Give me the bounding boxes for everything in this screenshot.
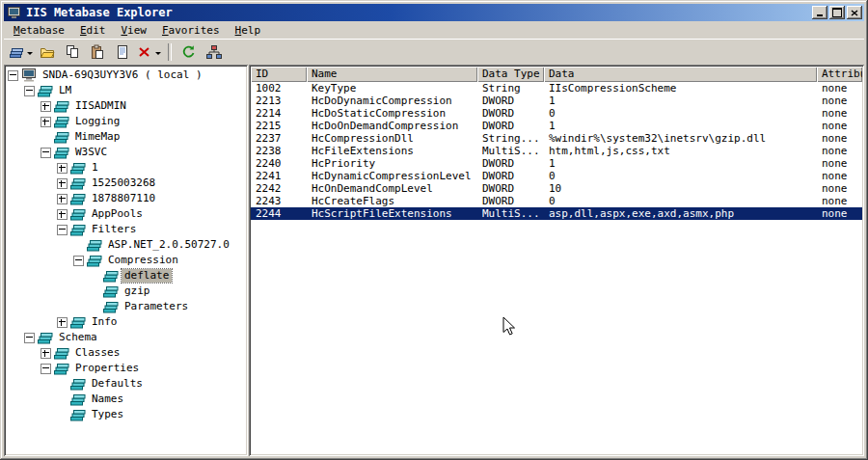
tree-label[interactable]: LM <box>56 84 74 97</box>
tree-label[interactable]: Logging <box>72 115 122 128</box>
tree-label[interactable]: Properties <box>72 362 142 375</box>
tree-label[interactable]: Names <box>89 392 126 406</box>
cell-name: HcDynamicCompressionLevel <box>307 170 477 182</box>
menu-item-view[interactable]: View <box>113 22 154 39</box>
menu-item-favorites[interactable]: Favorites <box>154 22 228 39</box>
expand-toggle-icon[interactable] <box>41 348 51 359</box>
list-row-2242[interactable]: 2242HcOnDemandCompLevelDWORD10none <box>251 182 862 195</box>
collapse-toggle-icon[interactable] <box>41 148 51 158</box>
cell-name: HcPriority <box>307 157 477 170</box>
tree-label[interactable]: AppPools <box>89 207 146 221</box>
tree-label[interactable]: gzip <box>122 284 153 298</box>
list-row-2215[interactable]: 2215HcDoOnDemandCompressionDWORD1none <box>251 120 862 132</box>
expand-toggle-icon[interactable] <box>57 209 68 220</box>
tree-node-classes: Classes <box>6 345 246 361</box>
title-bar: IIS Metabase Explorer <box>4 4 864 21</box>
tree-label[interactable]: Classes <box>72 346 122 360</box>
export-button[interactable] <box>110 41 135 63</box>
dropdown-arrow-icon[interactable] <box>27 52 33 58</box>
metabase-key-icon <box>70 392 86 406</box>
cell-name: HcDoDynamicCompression <box>307 95 477 107</box>
expand-toggle-icon[interactable] <box>57 163 68 174</box>
metabase-key-icon <box>103 284 119 298</box>
tree-label[interactable]: Info <box>89 315 121 329</box>
metabase-key-icon <box>70 161 86 175</box>
metabase-key-icon <box>54 130 69 144</box>
tree-label[interactable]: 1 <box>89 161 101 175</box>
tree-label[interactable]: Defaults <box>89 377 146 391</box>
expand-toggle-icon[interactable] <box>57 317 68 328</box>
close-button[interactable] <box>847 6 862 19</box>
expand-toggle-icon[interactable] <box>57 194 68 204</box>
open-file-button[interactable] <box>35 41 60 63</box>
tree-label[interactable]: 1878807110 <box>89 192 158 205</box>
collapse-toggle-icon[interactable] <box>8 70 18 81</box>
list-row-2213[interactable]: 2213HcDoDynamicCompressionDWORD1none <box>251 95 862 107</box>
expand-toggle-icon[interactable] <box>57 178 68 189</box>
cell-attributes: none <box>817 145 862 157</box>
maximize-icon <box>832 8 842 17</box>
list-row-2238[interactable]: 2238HcFileExtensionsMultiS...htm,html,js… <box>251 145 862 157</box>
copy-button[interactable] <box>60 41 85 63</box>
maximize-button[interactable] <box>829 6 845 19</box>
cell-data: 1 <box>544 95 817 107</box>
tree-label[interactable]: IISADMIN <box>72 99 129 113</box>
minimize-button[interactable] <box>812 6 827 19</box>
cell-attributes: none <box>817 207 862 220</box>
expand-toggle-icon[interactable] <box>41 101 51 112</box>
cell-name: HcOnDemandCompLevel <box>307 182 477 195</box>
computer-icon <box>21 68 37 82</box>
menu-bar: MetabaseEditViewFavoritesHelp <box>4 21 864 39</box>
tree-label[interactable]: Types <box>89 408 126 421</box>
delete-button[interactable] <box>135 41 163 63</box>
network-icon <box>206 44 222 60</box>
paste-button[interactable] <box>85 41 110 63</box>
collapse-toggle-icon[interactable] <box>57 225 68 235</box>
column-header-data-type[interactable]: Data Type <box>477 67 544 82</box>
cell-id: 2240 <box>251 157 307 170</box>
menu-item-edit[interactable]: Edit <box>72 22 114 39</box>
connect-button[interactable] <box>202 41 227 63</box>
tree-label[interactable]: Parameters <box>122 300 191 313</box>
tree-node-deflate: deflate <box>6 268 246 284</box>
collapse-toggle-icon[interactable] <box>24 333 35 343</box>
menu-item-metabase[interactable]: Metabase <box>6 22 72 39</box>
open-metabase-button[interactable] <box>7 41 35 63</box>
tree-label[interactable]: deflate <box>122 269 172 283</box>
menu-item-help[interactable]: Help <box>228 22 269 39</box>
refresh-button[interactable] <box>176 41 202 63</box>
column-header-name[interactable]: Name <box>307 67 477 82</box>
dropdown-arrow-icon[interactable] <box>155 52 161 58</box>
tree-label[interactable]: Compression <box>105 254 181 267</box>
collapse-toggle-icon[interactable] <box>73 256 84 266</box>
window-controls <box>812 6 862 19</box>
list-row-2243[interactable]: 2243HcCreateFlagsDWORD0none <box>251 195 862 207</box>
tree-label[interactable]: W3SVC <box>72 146 110 159</box>
collapse-toggle-icon[interactable] <box>24 86 35 96</box>
list-row-2214[interactable]: 2214HcDoStaticCompressionDWORD0none <box>251 107 862 120</box>
tree-label[interactable]: SNDA-69Q3UYY3V6 ( local ) <box>40 68 205 82</box>
tree-label[interactable]: MimeMap <box>72 130 122 144</box>
tree-label[interactable]: Schema <box>56 331 100 344</box>
expand-toggle-icon[interactable] <box>41 117 51 127</box>
tree-label[interactable]: ASP.NET_2.0.50727.0 <box>105 238 232 252</box>
list-row-2240[interactable]: 2240HcPriorityDWORD1none <box>251 157 862 170</box>
column-header-attributes[interactable]: Attributes <box>817 67 862 82</box>
tree-node-mimemap: MimeMap <box>6 129 246 145</box>
list-row-2244[interactable]: 2244HcScriptFileExtensionsMultiS...asp,d… <box>251 207 862 220</box>
list-row-2241[interactable]: 2241HcDynamicCompressionLevelDWORD0none <box>251 170 862 182</box>
metabase-key-icon <box>54 362 69 375</box>
cell-data: %windir%\system32\inetsrv\gzip.dll <box>544 132 817 145</box>
collapse-toggle-icon[interactable] <box>41 364 51 374</box>
tree-node-apppools: AppPools <box>6 206 246 222</box>
tree-label[interactable]: Filters <box>89 223 139 236</box>
column-header-id[interactable]: ID <box>251 67 307 82</box>
column-header-data[interactable]: Data <box>544 67 817 82</box>
window-title: IIS Metabase Explorer <box>26 6 812 19</box>
cell-data-type: DWORD <box>477 157 544 170</box>
cell-id: 2243 <box>251 195 307 207</box>
metabase-key-icon <box>38 84 53 97</box>
tree-label[interactable]: 1525003268 <box>89 176 158 190</box>
list-row-1002[interactable]: 1002KeyTypeStringIIsCompressionSchemenon… <box>251 82 862 95</box>
list-row-2237[interactable]: 2237HcCompressionDllString...%windir%\sy… <box>251 132 862 145</box>
